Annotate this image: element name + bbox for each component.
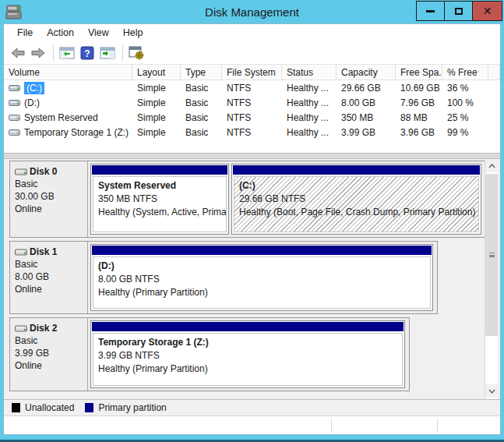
volume-row-d[interactable]: (D:) Simple Basic NTFS Healthy ... 8.00 … <box>4 95 500 110</box>
legend-label: Primary partition <box>98 402 166 413</box>
graphical-scroll-area: Disk 0 Basic 30.00 GB Online System Rese… <box>4 159 500 399</box>
menu-file[interactable]: File <box>10 26 40 40</box>
volume-layout: Simple <box>132 112 181 123</box>
disk-size: 8.00 GB <box>15 271 84 283</box>
status-bar-divider <box>437 419 438 432</box>
toolbar: ? <box>4 41 500 65</box>
volume-layout: Simple <box>132 127 181 138</box>
disk-row-2: Disk 2 Basic 3.99 GB Online Temporary St… <box>9 317 410 391</box>
menu-help[interactable]: Help <box>116 26 150 40</box>
partition-d[interactable]: (D:) 8.00 GB NTFS Healthy (Primary Parti… <box>90 244 433 311</box>
volume-file-system: NTFS <box>222 97 282 108</box>
volume-name: System Reserved <box>24 112 98 123</box>
primary-partition-swatch <box>85 403 93 412</box>
partition-color-strip <box>233 165 480 175</box>
toolbar-separator <box>53 45 54 61</box>
volume-free-space: 10.69 GB <box>396 83 442 94</box>
volume-row-temporary-storage[interactable]: Temporary Storage 1 (Z:) Simple Basic NT… <box>4 125 500 140</box>
disk-type: Basic <box>15 258 84 271</box>
volume-drive-icon <box>9 84 20 92</box>
disk2-label[interactable]: Disk 2 Basic 3.99 GB Online <box>10 318 88 391</box>
column-header-file-system[interactable]: File System <box>222 65 282 80</box>
show-action-pane-button[interactable] <box>98 44 117 62</box>
column-header-volume[interactable]: Volume <box>4 65 132 80</box>
partition-size: 3.99 GB NTFS <box>98 349 397 362</box>
partition-system-reserved[interactable]: System Reserved 350 MB NTFS Healthy (Sys… <box>90 164 229 235</box>
disk-actions-button[interactable] <box>127 44 146 62</box>
show-action-pane-icon <box>100 47 115 59</box>
volume-pct-free: 36 % <box>442 83 488 94</box>
volume-pct-free: 25 % <box>442 112 488 123</box>
help-icon: ? <box>80 46 94 60</box>
volume-name: Temporary Storage 1 (Z:) <box>24 127 129 138</box>
volume-pct-free: 99 % <box>442 127 488 138</box>
partition-c[interactable]: (C:) 29.66 GB NTFS Healthy (Boot, Page F… <box>231 164 481 235</box>
volume-layout: Simple <box>132 83 181 94</box>
back-button[interactable] <box>9 44 27 62</box>
disk-icon <box>15 248 27 256</box>
partition-color-strip <box>92 246 432 255</box>
maximize-icon <box>455 8 463 15</box>
back-icon <box>11 48 25 58</box>
menu-action[interactable]: Action <box>40 26 81 40</box>
partition-size: 350 MB NTFS <box>98 193 221 206</box>
minimize-button[interactable] <box>416 1 445 21</box>
column-header-free-space[interactable]: Free Spa... <box>396 65 442 80</box>
volume-name: (C:) <box>24 82 44 94</box>
pane-splitter[interactable] <box>4 153 500 159</box>
disk-actions-icon <box>129 46 144 60</box>
volume-status: Healthy ... <box>282 97 337 108</box>
disk-row-1: Disk 1 Basic 8.00 GB Online (D:) 8.00 GB… <box>9 241 438 314</box>
scrollbar-thumb[interactable] <box>485 174 498 336</box>
column-header-type[interactable]: Type <box>181 65 222 80</box>
forward-icon <box>31 48 45 58</box>
disk-size: 30.00 GB <box>15 190 84 203</box>
column-header-status[interactable]: Status <box>282 65 337 80</box>
volume-free-space: 7.96 GB <box>396 97 442 108</box>
volume-capacity: 350 MB <box>337 112 396 123</box>
volume-name: (D:) <box>24 97 40 108</box>
disk0-label[interactable]: Disk 0 Basic 30.00 GB Online <box>10 161 88 237</box>
menu-view[interactable]: View <box>81 26 116 40</box>
volume-status: Healthy ... <box>282 127 337 138</box>
minimize-icon <box>426 10 435 12</box>
close-button[interactable]: ✕ <box>472 1 502 21</box>
volume-drive-icon <box>9 99 20 107</box>
disk-icon <box>15 168 27 176</box>
volume-layout: Simple <box>132 97 181 108</box>
legend-primary-partition: Primary partition <box>85 402 166 413</box>
help-button[interactable]: ? <box>78 44 97 62</box>
show-console-tree-icon <box>59 47 75 59</box>
partition-z[interactable]: Temporary Storage 1 (Z:) 3.99 GB NTFS He… <box>90 320 405 388</box>
vertical-scrollbar[interactable] <box>485 159 498 399</box>
legend-unallocated: Unallocated <box>12 402 74 413</box>
volume-file-system: NTFS <box>222 112 282 123</box>
forward-button[interactable] <box>29 44 48 62</box>
legend-label: Unallocated <box>25 402 74 413</box>
maximize-button[interactable] <box>444 1 473 21</box>
volume-row-c[interactable]: (C:) Simple Basic NTFS Healthy ... 29.66… <box>4 80 500 95</box>
volume-file-system: NTFS <box>222 83 282 94</box>
partition-label: Temporary Storage 1 (Z:) <box>98 336 397 349</box>
partition-status: Healthy (Boot, Page File, Crash Dump, Pr… <box>239 206 474 219</box>
partition-label: (C:) <box>239 179 474 193</box>
column-header-pct-free[interactable]: % Free <box>442 65 488 80</box>
disk-name: Disk 0 <box>30 165 57 178</box>
volume-row-system-reserved[interactable]: System Reserved Simple Basic NTFS Health… <box>4 110 500 125</box>
legend-bar: Unallocated Primary partition <box>4 399 500 415</box>
column-header-layout[interactable]: Layout <box>132 65 181 80</box>
column-header-capacity[interactable]: Capacity <box>337 65 396 80</box>
volume-type: Basic <box>181 127 222 138</box>
scrollbar-grip-icon <box>489 253 495 256</box>
scroll-up-button[interactable] <box>485 159 498 172</box>
volume-drive-icon <box>9 114 20 122</box>
scroll-down-button[interactable] <box>485 384 498 398</box>
disk-management-window: Disk Management ✕ File Action View Help <box>0 0 504 442</box>
partition-size: 29.66 GB NTFS <box>239 193 474 206</box>
volume-capacity: 29.66 GB <box>337 83 396 94</box>
disk-status: Online <box>15 359 84 372</box>
show-console-tree-button[interactable] <box>58 44 76 62</box>
volume-pct-free: 100 % <box>442 97 488 108</box>
disk1-label[interactable]: Disk 1 Basic 8.00 GB Online <box>10 242 88 313</box>
disk-type: Basic <box>15 178 84 190</box>
